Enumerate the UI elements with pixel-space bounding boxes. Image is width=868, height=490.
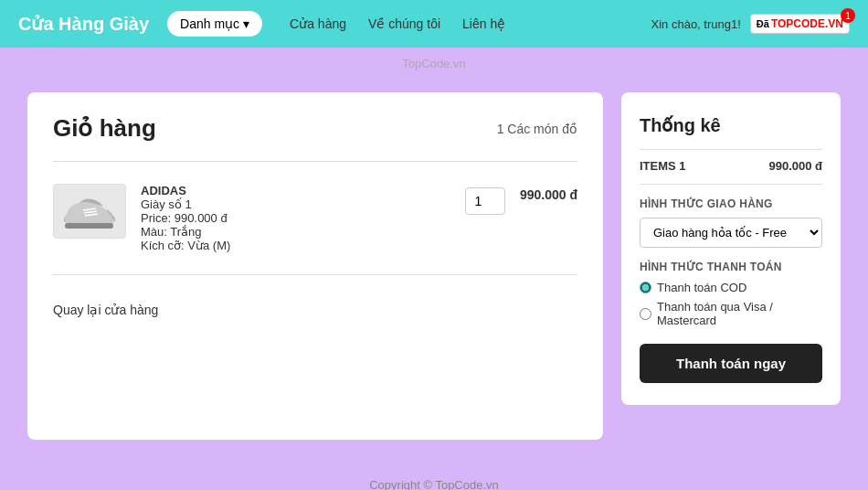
quantity-input[interactable]: [465, 187, 505, 215]
product-size: Kích cỡ: Vừa (M): [141, 239, 450, 252]
payment-options: Thanh toán COD Thanh toán qua Visa / Mas…: [640, 281, 822, 327]
checkout-button[interactable]: Thanh toán ngay: [640, 344, 822, 383]
cart-item: ADIDAS Giày số 1 Price: 990.000 đ Màu: T…: [53, 171, 577, 265]
product-name: Giày số 1: [141, 197, 450, 211]
shoe-illustration: [54, 185, 125, 238]
payment-cod-radio[interactable]: [640, 282, 651, 293]
footer: Copyright © TopCode.vn: [0, 467, 868, 490]
danh-muc-button[interactable]: Danh mục ▾: [167, 11, 262, 37]
badge-container[interactable]: Đã TOPCODE.VN 1: [750, 14, 850, 34]
cart-header: Giỏ hàng 1 Các món đồ: [53, 114, 577, 143]
payment-cod-option[interactable]: Thanh toán COD: [640, 281, 822, 294]
item-total: 990.000 đ: [520, 184, 577, 202]
product-price: Price: 990.000 đ: [141, 211, 450, 225]
topcode-badge[interactable]: Đã TOPCODE.VN: [750, 14, 850, 34]
cart-section: Giỏ hàng 1 Các món đồ: [27, 92, 603, 440]
cart-divider-top: [53, 161, 577, 162]
cart-divider-bottom: [53, 274, 577, 275]
topcode-logo-text: TOPCODE.VN: [771, 17, 843, 30]
items-value: 990.000 đ: [768, 159, 822, 173]
summary-section: Thống kê ITEMS 1 990.000 đ HÌNH THỨC GIA…: [621, 92, 841, 405]
nav-cua-hang[interactable]: Cửa hàng: [290, 16, 346, 31]
greeting-text: Xin chào, trung1!: [651, 17, 741, 31]
badge-da-label: Đã: [757, 18, 769, 29]
shipping-heading: HÌNH THỨC GIAO HÀNG: [640, 197, 822, 210]
shipping-select[interactable]: Giao hàng hỏa tốc - Free: [640, 218, 822, 248]
watermark: TopCode.vn: [0, 48, 868, 74]
main-container: Giỏ hàng 1 Các món đồ: [0, 74, 868, 467]
payment-visa-option[interactable]: Thanh toán qua Visa / Mastercard: [640, 300, 822, 327]
footer-text: Copyright © TopCode.vn: [369, 478, 499, 490]
payment-visa-radio[interactable]: [640, 308, 651, 320]
main-nav: Cửa hàng Về chúng tôi Liên hệ: [290, 16, 505, 31]
cart-badge-count: 1: [841, 8, 855, 23]
header: Cửa Hàng Giày Danh mục ▾ Cửa hàng Về chú…: [0, 0, 868, 48]
payment-visa-label: Thanh toán qua Visa / Mastercard: [657, 300, 822, 327]
danh-muc-label: Danh mục: [180, 16, 239, 31]
payment-cod-label: Thanh toán COD: [657, 281, 746, 294]
items-summary-row: ITEMS 1 990.000 đ: [640, 159, 822, 173]
payment-heading: HÌNH THỨC THANH TOÁN: [640, 261, 822, 273]
site-logo: Cửa Hàng Giày: [18, 13, 149, 35]
cart-items-count: 1 Các món đồ: [497, 122, 577, 136]
nav-ve-chung-toi[interactable]: Về chúng tôi: [368, 16, 440, 31]
quantity-container: [465, 184, 505, 215]
back-to-shop-link[interactable]: Quay lại cửa hàng: [53, 303, 158, 317]
nav-lien-he[interactable]: Liên hệ: [462, 16, 505, 31]
product-brand: ADIDAS: [141, 184, 450, 197]
product-details: ADIDAS Giày số 1 Price: 990.000 đ Màu: T…: [141, 184, 450, 252]
items-label: ITEMS 1: [640, 159, 686, 173]
summary-divider-1: [640, 149, 822, 150]
summary-divider-2: [640, 184, 822, 185]
product-color: Màu: Trắng: [141, 225, 450, 239]
chevron-down-icon: ▾: [243, 16, 249, 31]
svg-rect-5: [65, 223, 113, 229]
summary-title: Thống kê: [640, 114, 822, 136]
product-image: [53, 184, 126, 239]
cart-title: Giỏ hàng: [53, 114, 156, 143]
header-right: Xin chào, trung1! Đã TOPCODE.VN 1: [651, 14, 850, 34]
